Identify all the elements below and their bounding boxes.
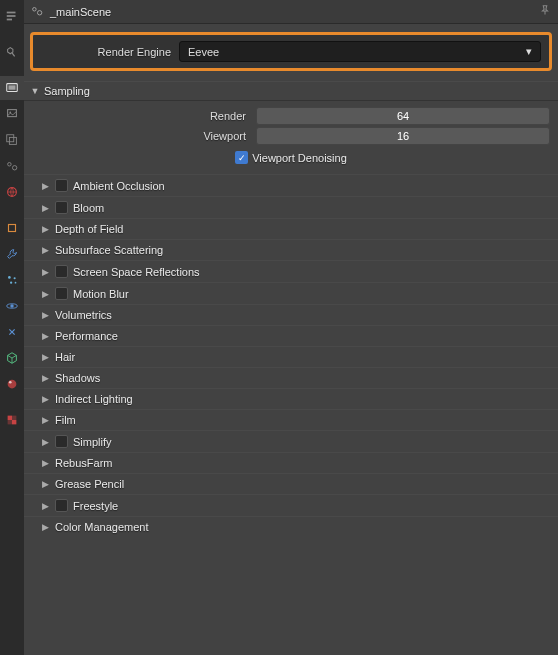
section-indirect-lighting[interactable]: ▶Indirect Lighting (24, 388, 558, 409)
svg-point-14 (14, 277, 16, 279)
tab-particles-icon[interactable] (0, 268, 24, 292)
section-rebusfarm[interactable]: ▶RebusFarm (24, 452, 558, 473)
render-samples-input[interactable]: 64 (256, 107, 550, 125)
properties-panel: _mainScene Render Engine Eevee ▾ ▼ Sampl… (24, 0, 558, 655)
svg-rect-21 (8, 416, 12, 420)
section-ambient-occlusion[interactable]: ▶Ambient Occlusion (24, 174, 558, 196)
section-title: Film (55, 414, 76, 426)
section-title: Subsurface Scattering (55, 244, 163, 256)
disclosure-triangle-icon: ▶ (40, 310, 50, 320)
render-samples-row: Render 64 (32, 107, 550, 125)
svg-rect-1 (7, 15, 16, 17)
tab-world-icon[interactable] (0, 180, 24, 204)
disclosure-triangle-icon: ▶ (40, 181, 50, 191)
section-subsurface-scattering[interactable]: ▶Subsurface Scattering (24, 239, 558, 260)
section-title: Volumetrics (55, 309, 112, 321)
panel-checkbox[interactable] (55, 435, 68, 448)
tab-texture-icon[interactable] (0, 408, 24, 432)
sampling-body: Render 64 Viewport 16 ✓ Viewport Denoisi… (24, 101, 558, 174)
panel-checkbox[interactable] (55, 499, 68, 512)
section-simplify[interactable]: ▶Simplify (24, 430, 558, 452)
svg-rect-7 (7, 135, 14, 142)
render-engine-row: Render Engine Eevee ▾ (30, 32, 552, 71)
section-title: Hair (55, 351, 75, 363)
disclosure-triangle-icon: ▶ (40, 352, 50, 362)
disclosure-triangle-icon: ▶ (40, 203, 50, 213)
disclosure-triangle-icon: ▶ (40, 479, 50, 489)
viewport-denoising-row: ✓ Viewport Denoising (32, 151, 550, 164)
viewport-samples-label: Viewport (32, 130, 252, 142)
section-title: Indirect Lighting (55, 393, 133, 405)
section-freestyle[interactable]: ▶Freestyle (24, 494, 558, 516)
disclosure-triangle-icon: ▶ (40, 394, 50, 404)
section-shadows[interactable]: ▶Shadows (24, 367, 558, 388)
pin-icon[interactable] (538, 4, 552, 20)
svg-rect-8 (9, 137, 16, 144)
svg-rect-24 (8, 420, 12, 424)
tab-output-icon[interactable] (0, 102, 24, 126)
tab-modifier-icon[interactable] (0, 242, 24, 266)
panel-checkbox[interactable] (55, 287, 68, 300)
tab-tool-icon[interactable] (0, 40, 24, 64)
disclosure-triangle-icon: ▶ (40, 331, 50, 341)
svg-rect-2 (7, 19, 12, 21)
svg-rect-0 (7, 12, 16, 14)
section-film[interactable]: ▶Film (24, 409, 558, 430)
disclosure-triangle-icon: ▶ (40, 522, 50, 532)
disclosure-triangle-icon: ▶ (40, 437, 50, 447)
viewport-denoising-checkbox[interactable]: ✓ (235, 151, 248, 164)
tab-viewlayer-icon[interactable] (0, 128, 24, 152)
svg-point-17 (10, 304, 14, 308)
section-depth-of-field[interactable]: ▶Depth of Field (24, 218, 558, 239)
section-bloom[interactable]: ▶Bloom (24, 196, 558, 218)
section-title: Bloom (73, 202, 104, 214)
svg-point-10 (12, 166, 16, 170)
section-screen-space-reflections[interactable]: ▶Screen Space Reflections (24, 260, 558, 282)
tab-material-icon[interactable] (0, 372, 24, 396)
disclosure-triangle-icon: ▶ (40, 501, 50, 511)
section-motion-blur[interactable]: ▶Motion Blur (24, 282, 558, 304)
tab-data-icon[interactable] (0, 346, 24, 370)
panel-header: _mainScene (24, 0, 558, 24)
section-title: Performance (55, 330, 118, 342)
section-title: Shadows (55, 372, 100, 384)
section-hair[interactable]: ▶Hair (24, 346, 558, 367)
tab-constraints-icon[interactable] (0, 320, 24, 344)
disclosure-triangle-icon: ▶ (40, 245, 50, 255)
tab-options-icon[interactable] (0, 4, 24, 28)
render-engine-label: Render Engine (41, 46, 171, 58)
section-grease-pencil[interactable]: ▶Grease Pencil (24, 473, 558, 494)
section-color-management[interactable]: ▶Color Management (24, 516, 558, 537)
section-title: Color Management (55, 521, 149, 533)
panel-checkbox[interactable] (55, 265, 68, 278)
viewport-samples-row: Viewport 16 (32, 127, 550, 145)
section-title: RebusFarm (55, 457, 112, 469)
svg-point-16 (15, 282, 17, 284)
panel-checkbox[interactable] (55, 201, 68, 214)
section-performance[interactable]: ▶Performance (24, 325, 558, 346)
svg-rect-22 (12, 420, 16, 424)
disclosure-triangle-icon: ▶ (40, 224, 50, 234)
svg-point-25 (33, 7, 37, 11)
tab-physics-icon[interactable] (0, 294, 24, 318)
viewport-samples-input[interactable]: 16 (256, 127, 550, 145)
svg-point-20 (9, 381, 12, 384)
section-title: Grease Pencil (55, 478, 124, 490)
svg-point-26 (37, 10, 41, 14)
svg-rect-4 (9, 85, 16, 89)
scene-icon (30, 4, 44, 20)
disclosure-triangle-icon: ▶ (40, 289, 50, 299)
disclosure-triangle-icon: ▶ (40, 267, 50, 277)
section-volumetrics[interactable]: ▶Volumetrics (24, 304, 558, 325)
svg-point-19 (8, 380, 17, 389)
section-title: Motion Blur (73, 288, 129, 300)
tab-scene-icon[interactable] (0, 154, 24, 178)
disclosure-triangle-icon: ▼ (30, 86, 40, 96)
section-title: Depth of Field (55, 223, 123, 235)
tab-render-icon[interactable] (0, 76, 24, 100)
tab-object-icon[interactable] (0, 216, 24, 240)
render-samples-label: Render (32, 110, 252, 122)
section-sampling[interactable]: ▼ Sampling (24, 81, 558, 101)
panel-checkbox[interactable] (55, 179, 68, 192)
render-engine-select[interactable]: Eevee ▾ (179, 41, 541, 62)
